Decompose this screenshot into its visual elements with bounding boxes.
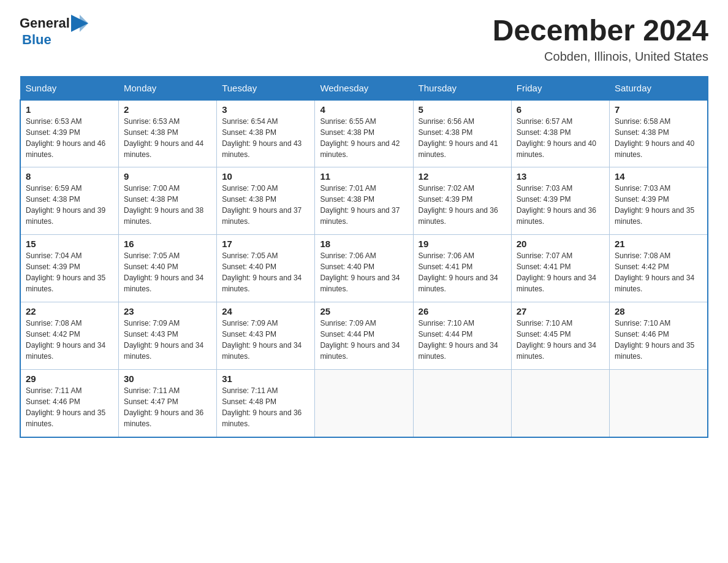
- calendar-cell: 30 Sunrise: 7:11 AMSunset: 4:47 PMDaylig…: [118, 370, 216, 437]
- calendar-body: 1 Sunrise: 6:53 AMSunset: 4:39 PMDayligh…: [20, 100, 708, 437]
- calendar-week-row: 29 Sunrise: 7:11 AMSunset: 4:46 PMDaylig…: [20, 370, 708, 437]
- day-info: Sunrise: 7:10 AMSunset: 4:44 PMDaylight:…: [419, 318, 506, 362]
- day-info: Sunrise: 7:08 AMSunset: 4:42 PMDaylight:…: [26, 318, 113, 362]
- calendar-cell: 18 Sunrise: 7:06 AMSunset: 4:40 PMDaylig…: [315, 235, 413, 302]
- day-info: Sunrise: 7:04 AMSunset: 4:39 PMDaylight:…: [26, 250, 113, 294]
- day-number: 26: [419, 306, 506, 316]
- calendar-cell: 27 Sunrise: 7:10 AMSunset: 4:45 PMDaylig…: [511, 302, 609, 370]
- day-number: 8: [26, 171, 113, 182]
- day-info: Sunrise: 6:55 AMSunset: 4:38 PMDaylight:…: [320, 116, 408, 160]
- calendar-week-row: 15 Sunrise: 7:04 AMSunset: 4:39 PMDaylig…: [20, 235, 708, 302]
- header-friday: Friday: [511, 76, 609, 100]
- day-number: 15: [26, 239, 113, 249]
- header-sunday: Sunday: [20, 76, 118, 100]
- day-info: Sunrise: 7:07 AMSunset: 4:41 PMDaylight:…: [517, 250, 604, 294]
- calendar-cell: 2 Sunrise: 6:53 AMSunset: 4:38 PMDayligh…: [118, 100, 216, 167]
- calendar-cell: 22 Sunrise: 7:08 AMSunset: 4:42 PMDaylig…: [20, 302, 118, 370]
- calendar-cell: 14 Sunrise: 7:03 AMSunset: 4:39 PMDaylig…: [609, 167, 708, 235]
- day-number: 1: [26, 104, 113, 115]
- day-info: Sunrise: 6:54 AMSunset: 4:38 PMDaylight:…: [222, 116, 309, 160]
- calendar-cell: 13 Sunrise: 7:03 AMSunset: 4:39 PMDaylig…: [511, 167, 609, 235]
- title-block: December 2024 Cobden, Illinois, United S…: [493, 15, 708, 64]
- day-number: 3: [222, 104, 309, 115]
- calendar-cell: 6 Sunrise: 6:57 AMSunset: 4:38 PMDayligh…: [511, 100, 609, 167]
- day-number: 9: [124, 171, 211, 182]
- header-tuesday: Tuesday: [217, 76, 315, 100]
- calendar-cell: 28 Sunrise: 7:10 AMSunset: 4:46 PMDaylig…: [609, 302, 708, 370]
- calendar-cell: 10 Sunrise: 7:00 AMSunset: 4:38 PMDaylig…: [217, 167, 315, 235]
- calendar-cell: 8 Sunrise: 6:59 AMSunset: 4:38 PMDayligh…: [20, 167, 118, 235]
- day-number: 23: [124, 306, 211, 316]
- header-monday: Monday: [118, 76, 216, 100]
- calendar-cell: 29 Sunrise: 7:11 AMSunset: 4:46 PMDaylig…: [20, 370, 118, 437]
- calendar-title: December 2024: [493, 15, 708, 47]
- day-number: 6: [517, 104, 604, 115]
- day-number: 11: [320, 171, 408, 182]
- day-number: 14: [615, 171, 702, 182]
- day-info: Sunrise: 7:09 AMSunset: 4:44 PMDaylight:…: [320, 318, 408, 362]
- day-number: 5: [419, 104, 506, 115]
- day-info: Sunrise: 7:01 AMSunset: 4:38 PMDaylight:…: [320, 183, 408, 227]
- day-info: Sunrise: 6:59 AMSunset: 4:38 PMDaylight:…: [26, 183, 113, 227]
- day-info: Sunrise: 7:03 AMSunset: 4:39 PMDaylight:…: [517, 183, 604, 227]
- calendar-cell: 11 Sunrise: 7:01 AMSunset: 4:38 PMDaylig…: [315, 167, 413, 235]
- day-number: 30: [124, 373, 211, 384]
- day-number: 21: [615, 239, 702, 249]
- calendar-cell: 20 Sunrise: 7:07 AMSunset: 4:41 PMDaylig…: [511, 235, 609, 302]
- day-info: Sunrise: 7:02 AMSunset: 4:39 PMDaylight:…: [419, 183, 506, 227]
- page-header: General Blue December 2024 Cobden, Illin…: [20, 15, 708, 64]
- calendar-cell: 4 Sunrise: 6:55 AMSunset: 4:38 PMDayligh…: [315, 100, 413, 167]
- day-number: 13: [517, 171, 604, 182]
- calendar-cell: 15 Sunrise: 7:04 AMSunset: 4:39 PMDaylig…: [20, 235, 118, 302]
- day-number: 7: [615, 104, 702, 115]
- day-info: Sunrise: 7:10 AMSunset: 4:45 PMDaylight:…: [517, 318, 604, 362]
- day-info: Sunrise: 7:11 AMSunset: 4:46 PMDaylight:…: [26, 385, 113, 429]
- logo: General Blue: [20, 15, 88, 48]
- calendar-cell: [413, 370, 511, 437]
- calendar-cell: 23 Sunrise: 7:09 AMSunset: 4:43 PMDaylig…: [118, 302, 216, 370]
- calendar-cell: 9 Sunrise: 7:00 AMSunset: 4:38 PMDayligh…: [118, 167, 216, 235]
- header-wednesday: Wednesday: [315, 76, 413, 100]
- day-info: Sunrise: 7:09 AMSunset: 4:43 PMDaylight:…: [222, 318, 309, 362]
- weekday-header-row: Sunday Monday Tuesday Wednesday Thursday…: [20, 76, 708, 100]
- day-info: Sunrise: 6:57 AMSunset: 4:38 PMDaylight:…: [517, 116, 604, 160]
- day-info: Sunrise: 6:53 AMSunset: 4:39 PMDaylight:…: [26, 116, 113, 160]
- day-number: 10: [222, 171, 309, 182]
- day-info: Sunrise: 6:53 AMSunset: 4:38 PMDaylight:…: [124, 116, 211, 160]
- day-info: Sunrise: 7:00 AMSunset: 4:38 PMDaylight:…: [124, 183, 211, 227]
- header-thursday: Thursday: [413, 76, 511, 100]
- day-info: Sunrise: 7:05 AMSunset: 4:40 PMDaylight:…: [222, 250, 309, 294]
- calendar-cell: 26 Sunrise: 7:10 AMSunset: 4:44 PMDaylig…: [413, 302, 511, 370]
- day-number: 29: [26, 373, 113, 384]
- calendar-cell: 17 Sunrise: 7:05 AMSunset: 4:40 PMDaylig…: [217, 235, 315, 302]
- calendar-subtitle: Cobden, Illinois, United States: [493, 50, 708, 64]
- logo-icon: [71, 15, 88, 32]
- day-number: 25: [320, 306, 408, 316]
- day-info: Sunrise: 7:00 AMSunset: 4:38 PMDaylight:…: [222, 183, 309, 227]
- calendar-week-row: 22 Sunrise: 7:08 AMSunset: 4:42 PMDaylig…: [20, 302, 708, 370]
- calendar-cell: 7 Sunrise: 6:58 AMSunset: 4:38 PMDayligh…: [609, 100, 708, 167]
- day-info: Sunrise: 7:09 AMSunset: 4:43 PMDaylight:…: [124, 318, 211, 362]
- day-number: 28: [615, 306, 702, 316]
- day-info: Sunrise: 7:11 AMSunset: 4:47 PMDaylight:…: [124, 385, 211, 429]
- calendar-week-row: 8 Sunrise: 6:59 AMSunset: 4:38 PMDayligh…: [20, 167, 708, 235]
- day-info: Sunrise: 7:05 AMSunset: 4:40 PMDaylight:…: [124, 250, 211, 294]
- day-info: Sunrise: 7:08 AMSunset: 4:42 PMDaylight:…: [615, 250, 702, 294]
- day-info: Sunrise: 7:06 AMSunset: 4:41 PMDaylight:…: [419, 250, 506, 294]
- day-info: Sunrise: 7:03 AMSunset: 4:39 PMDaylight:…: [615, 183, 702, 227]
- logo-text-general: General: [20, 15, 70, 31]
- day-info: Sunrise: 7:10 AMSunset: 4:46 PMDaylight:…: [615, 318, 702, 362]
- calendar-cell: 24 Sunrise: 7:09 AMSunset: 4:43 PMDaylig…: [217, 302, 315, 370]
- svg-marker-1: [80, 15, 88, 32]
- day-number: 17: [222, 239, 309, 249]
- calendar-cell: 16 Sunrise: 7:05 AMSunset: 4:40 PMDaylig…: [118, 235, 216, 302]
- calendar-cell: [315, 370, 413, 437]
- calendar-cell: 5 Sunrise: 6:56 AMSunset: 4:38 PMDayligh…: [413, 100, 511, 167]
- calendar-cell: [609, 370, 708, 437]
- day-number: 16: [124, 239, 211, 249]
- logo-text-blue: Blue: [22, 32, 51, 47]
- calendar-cell: 25 Sunrise: 7:09 AMSunset: 4:44 PMDaylig…: [315, 302, 413, 370]
- day-number: 18: [320, 239, 408, 249]
- day-info: Sunrise: 7:06 AMSunset: 4:40 PMDaylight:…: [320, 250, 408, 294]
- header-saturday: Saturday: [609, 76, 708, 100]
